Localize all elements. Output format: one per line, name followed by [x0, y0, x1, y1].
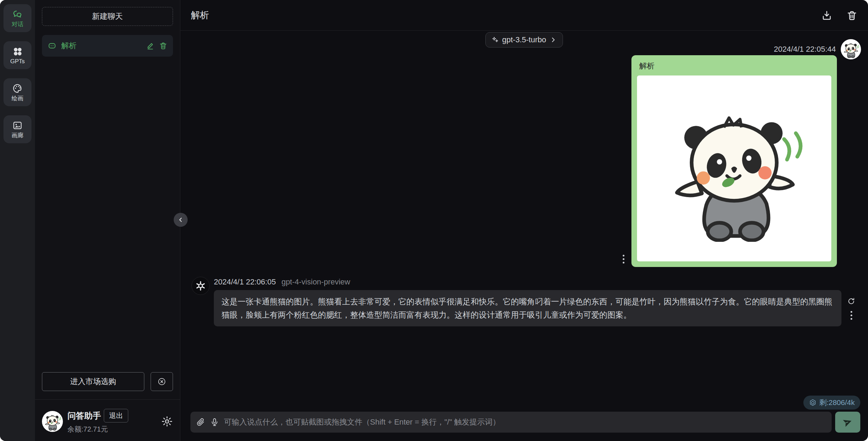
page-title: 解析 [191, 9, 209, 21]
rail-item-label: GPTs [10, 58, 25, 64]
market-button[interactable]: 进入市场选购 [42, 372, 144, 391]
rail-item-gallery[interactable]: 画廊 [3, 115, 31, 143]
main-header: 解析 [180, 0, 868, 31]
chat-list-panel: 新建聊天 解析 进入市场选购 [35, 0, 180, 441]
assistant-message-header: 2024/4/1 22:06:05 gpt-4-vision-preview [214, 277, 861, 287]
send-plane-icon [841, 415, 854, 429]
openai-logo-icon [195, 280, 207, 292]
user-row: 问答助手 退出 余额:72.71元 [42, 400, 173, 434]
user-card-label: 解析 [639, 61, 831, 71]
download-icon [821, 10, 832, 21]
icon-rail: 对话 GPTs 绘画 画廊 [0, 0, 35, 441]
rail-item-label: 对话 [12, 21, 23, 27]
composer: 剩:2806/4k [180, 396, 868, 441]
microphone-icon [210, 418, 219, 427]
assistant-message-text: 这是一张卡通熊猫的图片。熊猫看上去非常可爱，它的表情似乎很满足和快乐。它的嘴角叼… [214, 290, 841, 326]
attach-file-button[interactable] [196, 418, 205, 427]
trash-icon[interactable] [159, 42, 167, 50]
send-button[interactable] [835, 412, 860, 433]
new-chat-button[interactable]: 新建聊天 [42, 7, 173, 26]
refresh-icon[interactable] [847, 297, 855, 305]
user-message-card: 解析 [631, 55, 837, 267]
settings-button[interactable] [161, 415, 173, 427]
panda-image [661, 95, 808, 242]
token-counter-badge: 剩:2806/4k [803, 396, 860, 410]
rail-item-draw[interactable]: 绘画 [3, 78, 31, 106]
chat-scroll-area: gpt-3.5-turbo 2024/4/1 22:05:44 解析 [180, 31, 868, 441]
token-icon [809, 399, 817, 406]
input-row [190, 412, 860, 433]
rail-item-chat[interactable]: 对话 [3, 4, 31, 32]
clear-chat-button[interactable] [846, 10, 858, 21]
market-row: 进入市场选购 [42, 372, 173, 391]
rail-item-label: 绘画 [12, 95, 23, 101]
chat-item-title: 解析 [61, 41, 77, 51]
panda-avatar-image [842, 41, 860, 58]
circle-x-icon [157, 377, 166, 386]
export-button[interactable] [821, 10, 832, 21]
logout-button[interactable]: 退出 [104, 409, 128, 422]
user-message: 解析 [180, 55, 868, 267]
token-counter-text: 剩:2806/4k [819, 398, 855, 407]
chevron-left-icon [177, 216, 184, 223]
trash-icon [846, 10, 858, 21]
circle-x-button[interactable] [151, 372, 173, 391]
user-balance: 余额:72.71元 [67, 425, 128, 434]
message-input[interactable] [224, 418, 826, 427]
kebab-menu-icon[interactable] [623, 255, 624, 263]
model-selector-chip[interactable]: gpt-3.5-turbo [485, 32, 563, 48]
assistant-tools [841, 290, 861, 326]
user-message-time: 2024/4/1 22:05:44 [774, 45, 836, 54]
edit-pencil-icon[interactable] [146, 42, 154, 50]
assistant-model-label: gpt-4-vision-preview [281, 277, 350, 287]
rail-item-gpts[interactable]: GPTs [3, 41, 31, 69]
gpts-grid-icon [12, 46, 23, 57]
sparkles-icon [491, 36, 499, 44]
model-chip-label: gpt-3.5-turbo [502, 35, 546, 44]
panda-avatar-image [43, 412, 62, 431]
kebab-menu-icon[interactable] [851, 311, 852, 320]
palette-icon [12, 83, 23, 94]
assistant-avatar [191, 277, 210, 295]
chat-bubbles-icon [12, 9, 23, 20]
assistant-message-time: 2024/4/1 22:06:05 [214, 277, 276, 287]
voice-input-button[interactable] [210, 418, 219, 427]
message-input-bar [190, 412, 832, 433]
chat-list-item[interactable]: 解析 [42, 35, 173, 57]
sidebar-collapse-button[interactable] [174, 213, 188, 227]
main-area: 解析 [180, 0, 868, 441]
user-name: 问答助手 [67, 410, 101, 421]
top-band: gpt-3.5-turbo 2024/4/1 22:05:44 [180, 31, 868, 55]
robot-chat-icon [48, 41, 57, 50]
paperclip-icon [196, 418, 205, 427]
assistant-content: 2024/4/1 22:06:05 gpt-4-vision-preview 这… [214, 277, 861, 326]
app-window: 对话 GPTs 绘画 画廊 [0, 0, 868, 441]
user-info: 问答助手 退出 余额:72.71元 [67, 409, 128, 434]
assistant-message: 2024/4/1 22:06:05 gpt-4-vision-preview 这… [180, 277, 868, 326]
token-row: 剩:2806/4k [190, 396, 860, 410]
user-avatar [42, 411, 63, 432]
gear-icon [161, 415, 173, 427]
panel-spacer [42, 57, 173, 372]
attached-image[interactable] [637, 75, 831, 261]
chevron-right-icon [549, 36, 557, 44]
user-message-header: 2024/4/1 22:05:44 [774, 39, 861, 59]
rail-item-label: 画廊 [12, 132, 23, 138]
gallery-icon [12, 120, 23, 131]
user-message-avatar [841, 39, 861, 59]
